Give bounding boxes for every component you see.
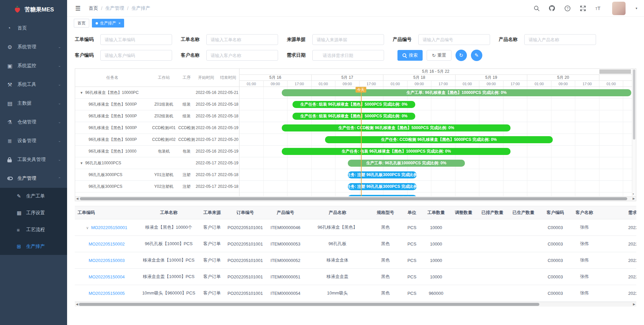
date-input[interactable] <box>312 50 384 61</box>
sidebar-item-home[interactable]: ◔首页 <box>0 19 67 38</box>
scroll-left-arrow-icon[interactable]: ◀ <box>76 197 78 201</box>
breadcrumb-item[interactable]: 生产排产 <box>131 5 150 11</box>
gantt-task-bar[interactable]: 生产任务: CCD检测 96孔移液盒【黑色】5000PCS 完成比例: 0% <box>325 136 553 143</box>
reset-icon: ↻ <box>432 53 436 58</box>
gantt-grid-row[interactable]: ▼96孔孔板10000PCS2022-05-172022-05-19 <box>75 157 239 169</box>
sidebar-item-process-flow[interactable]: ≡工艺流程 <box>0 221 67 238</box>
filter-row-2: 客户编码客户名称需求日期 搜索 ↻ 重置 ↻ ✎ <box>75 50 636 61</box>
gantt-grid-row[interactable]: 96孔移液盒【黑色】5000PZ01组装机组装2022-05-162022-05… <box>75 99 239 110</box>
user-dropdown-caret-icon[interactable]: ▾ <box>636 6 637 10</box>
tab-close-icon[interactable]: × <box>118 21 120 25</box>
table-cell-order_no: PO202205101001 <box>225 291 265 296</box>
sidebar-item-system[interactable]: ⚙系统管理⌄ <box>0 38 67 56</box>
text-input[interactable] <box>524 34 596 45</box>
breadcrumb-item[interactable]: 生产管理 <box>105 5 124 11</box>
edit-schedule-button[interactable]: ✎ <box>471 50 482 61</box>
tab-首页[interactable]: 首页 <box>74 19 89 28</box>
collapse-sidebar-icon[interactable]: ☰ <box>72 5 84 12</box>
table-row[interactable]: MO202205150004移液盒盒盖【10000】PCS客户订单PO20220… <box>75 269 636 285</box>
gantt-hour-cell: 09:00 <box>551 81 576 87</box>
text-input[interactable] <box>418 34 490 45</box>
fullscreen-icon[interactable] <box>579 5 587 12</box>
gantt-end-date: 2022-05-18 <box>217 114 239 118</box>
table-cell-name: 移液盒【黑色】10000个 <box>139 224 199 230</box>
table-row[interactable]: MO20220515000296孔孔板【10000】PCS客户订单PO20220… <box>75 236 636 252</box>
gantt-hscroll-thumb[interactable] <box>80 197 627 200</box>
refresh-gantt-button[interactable]: ↻ <box>455 50 467 61</box>
gantt-task-bar[interactable]: 生产任务: 组装 96孔移液盒【黑色】5000PCS 完成比例: 0% <box>292 113 415 120</box>
row-expand-icon[interactable]: ∨ <box>86 226 89 230</box>
sidebar-item-tools[interactable]: ⚒系统工具⌄ <box>0 75 67 94</box>
table-row[interactable]: ∨MO202205150001移液盒【黑色】10000个客户订单PO202205… <box>75 219 636 236</box>
gantt-start-date: 2022-05-16 <box>195 125 217 130</box>
search-button[interactable]: 搜索 <box>397 50 423 61</box>
scroll-right-arrow-icon[interactable]: ▶ <box>633 302 635 307</box>
table-hscroll-thumb[interactable] <box>79 303 539 306</box>
gantt-task-bar[interactable]: 生产任务: 包装 96孔移液盒【黑色】10000PCS 完成比例: 0% <box>282 148 511 155</box>
gantt-grid-row[interactable]: 96孔孔板3000PCSY01注塑机注塑2022-05-172022-05-18 <box>75 169 239 181</box>
work-order-link[interactable]: MO202205150004 <box>89 274 125 279</box>
gantt-workorder-bar[interactable]: 生产工单: 96孔孔板10000PCS 完成比例: 0% <box>348 160 465 167</box>
filter-field: 客户编码 <box>75 50 172 61</box>
table-column-header: 产品编号 <box>265 210 306 216</box>
user-avatar[interactable] <box>612 2 626 15</box>
tab-生产排产[interactable]: 生产排产× <box>92 19 124 28</box>
gantt-day-cell: 5月 19 <box>455 75 528 80</box>
gantt-range-scroll-block[interactable] <box>599 69 631 74</box>
table-row[interactable]: MO202205150003移液盒盒体【10000】PCS客户订单PO20220… <box>75 252 636 269</box>
tree-collapse-icon[interactable]: ▼ <box>80 161 83 165</box>
help-icon[interactable]: ? <box>564 5 571 12</box>
sidebar-item-process-settings[interactable]: ▦工序设置 <box>0 205 67 221</box>
gantt-grid-row[interactable]: 96孔移液盒【黑色】10000包装机包装2022-05-162022-05-19 <box>75 146 239 157</box>
font-size-icon[interactable]: TT <box>595 5 602 12</box>
scroll-down-arrow-icon[interactable]: ▾ <box>633 193 634 196</box>
gantt-horizontal-scrollbar[interactable]: ◀ ▶ <box>75 196 636 201</box>
gantt-task-bar[interactable]: 生产任务: 注塑 96孔孔板3000PCS 完成比例: 0% <box>348 183 417 190</box>
text-input[interactable] <box>206 34 278 45</box>
table-cell-spec: 黑色 <box>369 241 401 247</box>
reset-button[interactable]: ↻ 重置 <box>427 50 451 61</box>
text-input[interactable] <box>100 50 172 61</box>
tree-collapse-icon[interactable]: ▼ <box>80 91 83 95</box>
gantt-task-bar[interactable]: 生产任务: 注塑 96孔孔板3000PCS 完成比例: 0% <box>348 171 417 178</box>
gantt-grid-row[interactable]: 96孔移液盒【黑色】5000PCCD检测#02CCD检测2022-05-1720… <box>75 134 239 146</box>
sidebar-item-warehouse[interactable]: ⚗仓储管理⌄ <box>0 113 67 131</box>
scroll-right-arrow-icon[interactable]: ▶ <box>633 197 635 201</box>
sidebar-item-monitor[interactable]: ▣系统监控⌄ <box>0 56 67 75</box>
sidebar-item-scheduling[interactable]: ⊞生产排产 <box>0 238 67 255</box>
text-input[interactable] <box>100 34 172 45</box>
chevron-down-icon: ⌄ <box>58 83 61 86</box>
gantt-chart-body: 今天 生产工单: 96孔移液盒【黑色】10000PCS 完成比例: 0%生产任务… <box>239 87 632 196</box>
work-order-link[interactable]: MO202205150003 <box>89 258 125 263</box>
text-input[interactable] <box>312 34 384 45</box>
sidebar-item-masterdata[interactable]: ▤主数据⌄ <box>0 94 67 113</box>
scroll-left-arrow-icon[interactable]: ◀ <box>76 302 78 307</box>
navbar-actions: ? TT ▾ <box>533 2 637 15</box>
sidebar-item-fixture[interactable]: 工装夹具管理⌄ <box>0 150 67 169</box>
github-icon[interactable] <box>548 5 556 12</box>
gantt-grid-row[interactable]: 96孔移液盒【黑色】5000PZ02组装机组装2022-05-162022-05… <box>75 110 239 122</box>
search-icon[interactable] <box>533 5 540 12</box>
filter-field: 工单编码 <box>75 34 172 45</box>
sidebar-item-work-order[interactable]: ✎生产工单 <box>0 188 67 205</box>
work-order-link[interactable]: MO202205150002 <box>89 241 125 247</box>
gantt-task-bar[interactable]: 生产任务: CCD检测 96孔移液盒【黑色】5000PCS 完成比例: 0% <box>282 124 511 131</box>
gantt-grid-row[interactable]: 96孔移液盒【黑色】5000PCCD检测#01CCD检测2022-05-1620… <box>75 122 239 134</box>
work-order-link[interactable]: MO202205150001 <box>91 225 127 230</box>
sidebar-item-production[interactable]: 生产管理⌃ <box>0 169 67 188</box>
gantt-vscroll-thumb[interactable] <box>633 69 635 140</box>
text-input[interactable] <box>206 50 278 61</box>
gantt-task-bar[interactable]: 生产任务: 组装 96孔移液盒【黑色】5000PCS 完成比例: 0% <box>292 101 415 108</box>
gantt-chart-row: 生产任务: 包装 96孔移液盒【黑色】10000PCS 完成比例: 0% <box>239 146 632 157</box>
work-order-link[interactable]: MO202205150005 <box>89 291 125 296</box>
table-horizontal-scrollbar[interactable]: ◀ ▶ <box>75 302 636 307</box>
gantt-vertical-scrollbar[interactable]: ▾ <box>632 69 636 196</box>
gantt-grid-row[interactable]: ▼96孔移液盒【黑色】10000PC2022-05-162022-05-21 <box>75 87 239 99</box>
gantt-grid-row[interactable]: 96孔孔板3000PCSY03注塑机注塑2022-05-172022-05-18 <box>75 193 239 196</box>
table-row[interactable]: MO20220515000510mm吸头【960000】PCS客户订单PO202… <box>75 285 636 302</box>
gantt-workorder-bar[interactable]: 生产工单: 96孔移液盒【黑色】10000PCS 完成比例: 0% <box>282 89 631 96</box>
gantt-day-cell: 5月 20 <box>527 75 599 80</box>
breadcrumb-item[interactable]: 首页 <box>89 5 98 11</box>
gantt-grid-row[interactable]: 96孔孔板3000PCSY02注塑机注塑2022-05-172022-05-18 <box>75 181 239 193</box>
sidebar-item-equipment[interactable]: ≣设备管理⌄ <box>0 131 67 150</box>
